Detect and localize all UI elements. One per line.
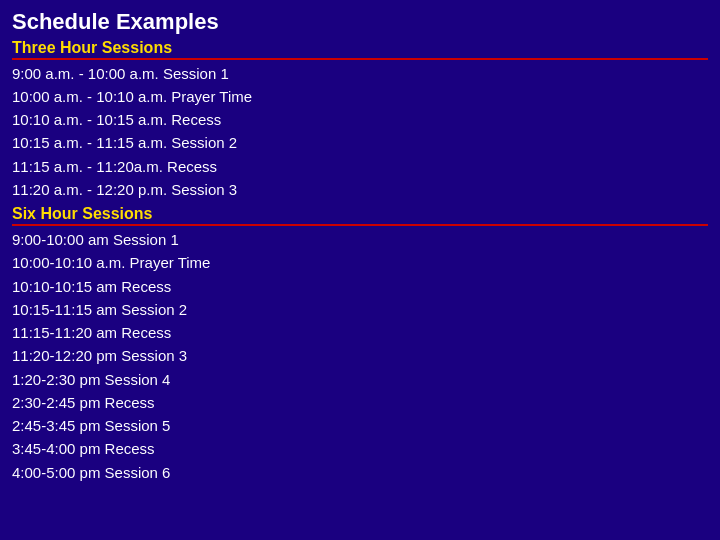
list-item: 11:20-12:20 pm Session 3	[12, 344, 708, 367]
list-item: 10:10 a.m. - 10:15 a.m. Recess	[12, 108, 708, 131]
list-item: 10:15-11:15 am Session 2	[12, 298, 708, 321]
list-item: 10:10-10:15 am Recess	[12, 275, 708, 298]
six-hour-items: 9:00-10:00 am Session 110:00-10:10 a.m. …	[12, 228, 708, 484]
list-item: 3:45-4:00 pm Recess	[12, 437, 708, 460]
three-hour-items: 9:00 a.m. - 10:00 a.m. Session 110:00 a.…	[12, 62, 708, 202]
list-item: 10:15 a.m. - 11:15 a.m. Session 2	[12, 131, 708, 154]
list-item: 10:00-10:10 a.m. Prayer Time	[12, 251, 708, 274]
page-title: Schedule Examples	[12, 8, 708, 37]
six-hour-section: Six Hour Sessions 9:00-10:00 am Session …	[12, 205, 708, 484]
list-item: 2:30-2:45 pm Recess	[12, 391, 708, 414]
page-container: Schedule Examples Three Hour Sessions 9:…	[12, 8, 708, 484]
list-item: 11:20 a.m. - 12:20 p.m. Session 3	[12, 178, 708, 201]
list-item: 11:15-11:20 am Recess	[12, 321, 708, 344]
list-item: 9:00-10:00 am Session 1	[12, 228, 708, 251]
list-item: 2:45-3:45 pm Session 5	[12, 414, 708, 437]
list-item: 11:15 a.m. - 11:20a.m. Recess	[12, 155, 708, 178]
list-item: 1:20-2:30 pm Session 4	[12, 368, 708, 391]
three-hour-section: Three Hour Sessions 9:00 a.m. - 10:00 a.…	[12, 39, 708, 202]
six-hour-header: Six Hour Sessions	[12, 205, 708, 226]
list-item: 9:00 a.m. - 10:00 a.m. Session 1	[12, 62, 708, 85]
list-item: 4:00-5:00 pm Session 6	[12, 461, 708, 484]
list-item: 10:00 a.m. - 10:10 a.m. Prayer Time	[12, 85, 708, 108]
three-hour-header: Three Hour Sessions	[12, 39, 708, 60]
